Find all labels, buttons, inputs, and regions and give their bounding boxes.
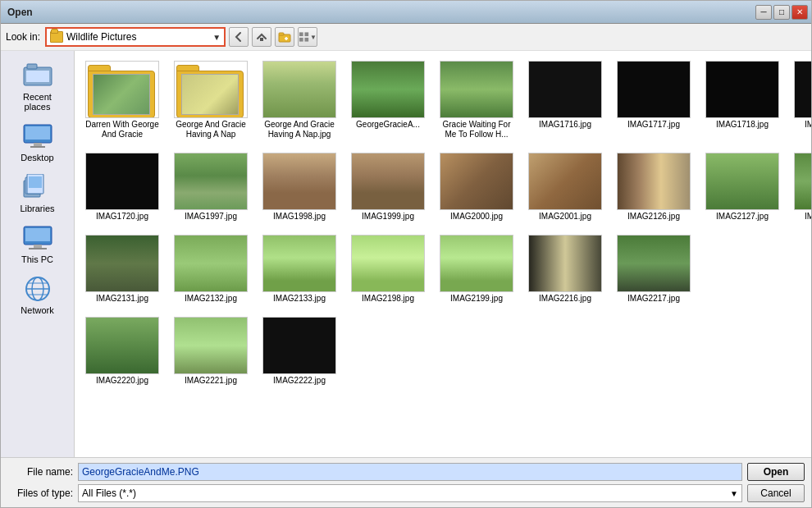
close-button[interactable]: ✕ [791, 5, 808, 20]
view-button[interactable]: ▼ [298, 27, 317, 47]
folder-icon [50, 31, 63, 43]
list-item[interactable]: IMAG2217.jpg [613, 231, 695, 307]
view-icon [299, 31, 309, 43]
svg-rect-15 [30, 146, 45, 148]
sidebar-item-libraries[interactable]: Libraries [7, 169, 69, 217]
list-item[interactable]: IMAG2131.jpg [81, 231, 163, 307]
file-name: IMAG2128.jpg [805, 212, 811, 222]
open-dialog: Open ─ □ ✕ Look in: Wildlife Pictures ▼ [0, 0, 812, 508]
list-item[interactable]: IMAG1717.jpg [613, 57, 695, 143]
file-thumbnail [85, 153, 159, 210]
dialog-title: Open [7, 7, 33, 18]
sidebar-item-label-desktop: Desktop [21, 153, 53, 162]
list-item[interactable]: Darren With George And Gracie [81, 57, 163, 143]
list-item[interactable]: IMAG2222.jpg [258, 313, 340, 389]
file-thumbnail [440, 153, 513, 210]
sidebar-item-thispc[interactable]: This PC [7, 220, 69, 268]
file-thumbnail [262, 61, 336, 118]
list-item[interactable]: IMAG2000.jpg [436, 149, 518, 225]
file-thumbnail [794, 153, 811, 210]
file-thumbnail [174, 235, 248, 292]
file-thumbnail [528, 61, 602, 118]
svg-rect-2 [279, 33, 284, 35]
list-item[interactable]: IMAG2126.jpg [613, 149, 695, 225]
list-item[interactable]: IMAG2220.jpg [81, 313, 163, 389]
file-name: IMAG1716.jpg [539, 120, 591, 130]
filetype-value: All Files (*.*) [82, 487, 730, 499]
list-item[interactable]: IMAG2127.jpg [701, 149, 783, 225]
list-item[interactable]: IMAG2132.jpg [170, 231, 252, 307]
list-item[interactable]: IMAG1720.jpg [81, 149, 163, 225]
sidebar-item-desktop[interactable]: Desktop [7, 118, 69, 166]
toolbar: Look in: Wildlife Pictures ▼ [1, 24, 811, 51]
new-folder-icon [278, 31, 291, 43]
back-icon [233, 31, 244, 43]
thispc-icon [21, 223, 54, 253]
title-bar: Open ─ □ ✕ [1, 1, 811, 24]
list-item[interactable]: IMAG2133.jpg [258, 231, 340, 307]
file-thumbnail [351, 153, 425, 210]
svg-rect-7 [299, 38, 303, 42]
svg-rect-21 [25, 228, 50, 241]
list-item[interactable]: George And Gracie Having A Nap.jpg [258, 57, 340, 143]
cancel-button[interactable]: Cancel [747, 484, 805, 502]
file-name: IMAG2198.jpg [362, 294, 414, 304]
file-thumbnail [617, 235, 691, 292]
list-item[interactable]: IMAG1999.jpg [347, 149, 429, 225]
file-name: Gracie Waiting For Me To Follow H... [439, 120, 514, 140]
sidebar-item-label-libraries: Libraries [20, 204, 54, 213]
list-item[interactable]: IMAG1716.jpg [524, 57, 606, 143]
filename-input[interactable] [78, 463, 742, 481]
list-item[interactable]: IMAG1998.jpg [258, 149, 340, 225]
file-thumbnail [174, 153, 248, 210]
list-item[interactable]: IMAG2128.jpg [790, 149, 811, 225]
file-thumbnail [617, 153, 691, 210]
filename-label: File name: [7, 466, 73, 478]
open-button[interactable]: Open [747, 463, 805, 481]
list-item[interactable]: IMAG2199.jpg [436, 231, 518, 307]
minimize-button[interactable]: ─ [755, 5, 772, 20]
look-in-dropdown[interactable]: Wildlife Pictures ▼ [45, 27, 226, 47]
list-item[interactable]: IMAG1719.jpg [790, 57, 811, 143]
up-button[interactable] [252, 27, 271, 47]
list-item[interactable]: IMAG2198.jpg [347, 231, 429, 307]
desktop-icon [21, 121, 54, 151]
file-name: IMAG2000.jpg [450, 212, 503, 222]
back-button[interactable] [229, 27, 249, 47]
list-item[interactable]: IMAG2216.jpg [524, 231, 606, 307]
file-name: IMAG1999.jpg [362, 212, 414, 222]
filetype-label: Files of type: [7, 487, 73, 499]
file-thumbnail [262, 153, 336, 210]
sidebar-item-network[interactable]: Network [7, 271, 69, 318]
file-thumbnail [705, 153, 779, 210]
file-thumbnail [528, 153, 602, 210]
list-item[interactable]: GeorgeGracieA... [347, 57, 429, 143]
file-thumbnail [440, 61, 513, 118]
file-thumbnail [174, 317, 248, 374]
sidebar-item-recent[interactable]: Recent places [7, 57, 69, 115]
list-item[interactable]: IMAG2221.jpg [170, 313, 252, 389]
look-in-value: Wildlife Pictures [66, 31, 209, 43]
maximize-button[interactable]: □ [773, 5, 790, 20]
file-thumbnail [85, 61, 159, 118]
svg-rect-5 [299, 32, 303, 36]
svg-rect-10 [27, 64, 37, 69]
file-name: IMAG2216.jpg [539, 294, 591, 304]
file-name: George And Gracie Having A Nap.jpg [262, 120, 337, 140]
svg-rect-6 [305, 32, 309, 36]
new-folder-button[interactable] [275, 27, 294, 47]
list-item[interactable]: IMAG1718.jpg [701, 57, 783, 143]
file-name: IMAG1718.jpg [716, 120, 769, 130]
list-item[interactable]: George And Gracie Having A Nap [170, 57, 252, 143]
list-item[interactable]: Gracie Waiting For Me To Follow H... [436, 57, 518, 143]
list-item[interactable]: IMAG1997.jpg [170, 149, 252, 225]
up-icon [256, 31, 267, 43]
file-grid-container[interactable]: Darren With George And Gracie George And… [75, 51, 811, 457]
filetype-dropdown[interactable]: All Files (*.*) ▼ [78, 484, 742, 502]
list-item[interactable]: IMAG2001.jpg [524, 149, 606, 225]
recent-icon [21, 61, 54, 90]
file-thumbnail [262, 317, 336, 374]
file-name: GeorgeGracieA... [356, 120, 420, 130]
svg-rect-13 [25, 126, 50, 140]
svg-rect-23 [29, 248, 47, 249]
